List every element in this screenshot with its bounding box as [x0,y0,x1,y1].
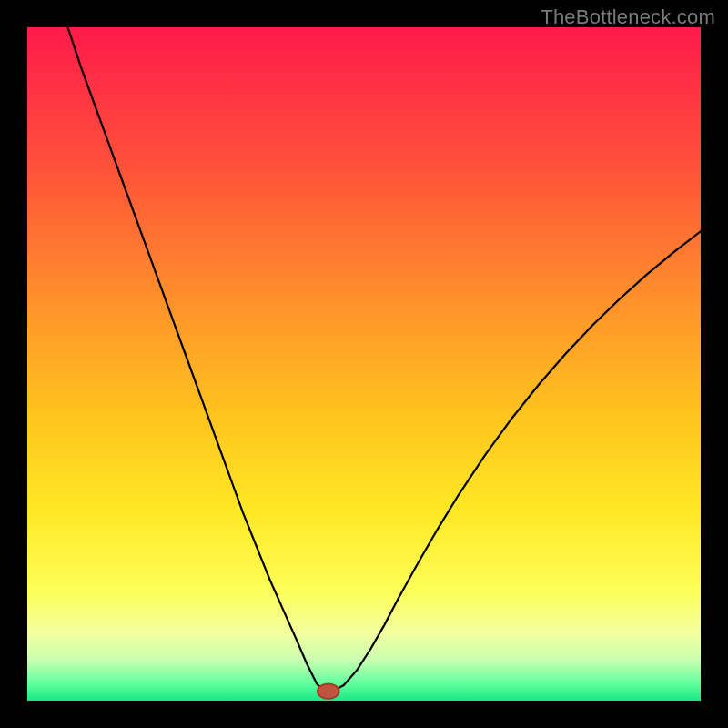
watermark-text: TheBottleneck.com [541,5,715,29]
optimal-point-marker [318,684,339,699]
chart-svg [27,27,701,701]
chart-background [27,27,701,701]
chart-frame: TheBottleneck.com [0,0,728,728]
chart-plot-area [27,27,701,701]
